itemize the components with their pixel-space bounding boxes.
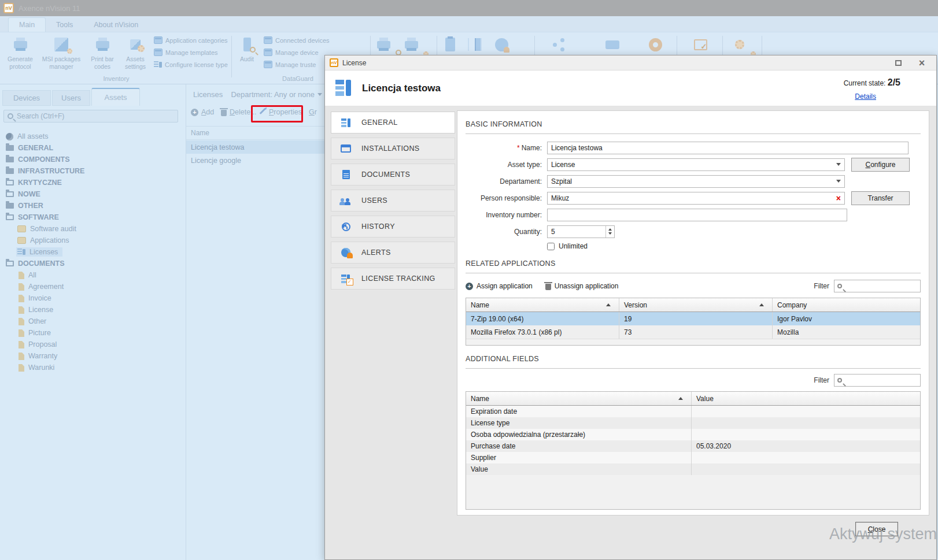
tree-item-all-assets[interactable]: All assets	[0, 131, 186, 142]
tree-item-warranty[interactable]: Warranty	[0, 350, 186, 362]
asset-type-select[interactable]: License	[547, 158, 845, 171]
additional-filter-input[interactable]	[834, 374, 921, 387]
tab-main[interactable]: Main	[8, 17, 46, 32]
quantity-stepper[interactable]: 5	[547, 225, 615, 238]
tree-item-agreement[interactable]: Agreement	[0, 281, 186, 292]
manage-trusted-button[interactable]: Manage truste	[264, 60, 330, 69]
list-row-licencje-google[interactable]: Licencje google	[186, 154, 324, 167]
tree-item-license[interactable]: License	[0, 304, 186, 316]
generate-protocol-button[interactable]: Generate protocol	[2, 35, 38, 70]
table-row[interactable]: Supplier	[466, 452, 920, 463]
table-row[interactable]: 7-Zip 19.00 (x64) 19 Igor Pavlov	[466, 312, 920, 325]
configure-license-type-button[interactable]: Configure license type	[154, 60, 228, 69]
tree-item-krytyczne[interactable]: KRYTYCZNE	[0, 177, 186, 188]
tree-item-documents[interactable]: DOCUMENTS	[0, 258, 186, 269]
tree-item-applications[interactable]: Applications	[0, 235, 186, 246]
name-field[interactable]	[547, 142, 909, 154]
open-folder-icon	[6, 180, 14, 186]
close-window-button[interactable]: ×	[912, 57, 932, 69]
tree-item-other-doc[interactable]: Other	[0, 316, 186, 327]
settings-button[interactable]	[727, 35, 752, 55]
tab-about[interactable]: About nVision	[83, 18, 149, 32]
manage-templates-button[interactable]: Manage templates	[154, 48, 228, 57]
tree-item-proposal[interactable]: Proposal	[0, 339, 186, 350]
list-column-name[interactable]: Name	[186, 126, 324, 140]
nav-users[interactable]: USERS	[331, 190, 455, 212]
column-header-company[interactable]: Company	[773, 298, 920, 311]
tree-item-picture[interactable]: Picture	[0, 327, 186, 339]
assign-application-button[interactable]: Assign application	[466, 282, 533, 290]
tree-item-general[interactable]: GENERAL	[0, 142, 186, 154]
configure-button[interactable]: Configure	[851, 158, 910, 172]
tree-item-licenses[interactable]: Licenses	[0, 246, 186, 258]
details-link[interactable]: Details	[855, 92, 876, 101]
column-header-name[interactable]: Name	[466, 392, 692, 405]
column-header-version[interactable]: Version	[619, 298, 773, 311]
tab-tools[interactable]: Tools	[46, 18, 83, 32]
table-row[interactable]: Mozilla Firefox 73.0.1 (x86 pl) 73 Mozil…	[466, 325, 920, 339]
add-button[interactable]: Add	[191, 108, 214, 116]
list-row-licencja-testowa[interactable]: Licencja testowa	[186, 140, 324, 154]
license-dialog: nV License × Licencja testowa Current st…	[324, 55, 937, 560]
clear-person-icon[interactable]: ×	[836, 194, 841, 202]
network-alerts-button[interactable]	[489, 35, 514, 55]
tree-item-invoice[interactable]: Invoice	[0, 292, 186, 304]
nav-alerts[interactable]: ALERTS	[331, 242, 455, 264]
clipboard-button[interactable]	[438, 35, 461, 55]
support-button[interactable]	[643, 35, 667, 55]
open-folder-icon	[6, 214, 14, 220]
table-row[interactable]: Value	[466, 463, 920, 475]
nav-license-tracking[interactable]: LICENSE TRACKING	[331, 268, 455, 290]
nav-history[interactable]: HISTORY	[331, 216, 455, 238]
tree-item-nowe[interactable]: NOWE	[0, 188, 186, 200]
sidebar-search[interactable]	[3, 110, 178, 123]
catalog-button[interactable]	[463, 35, 487, 55]
nav-general[interactable]: GENERAL	[331, 112, 455, 133]
table-row[interactable]: Expiration date	[466, 406, 920, 417]
connected-devices-button[interactable]: Connected devices	[264, 36, 330, 44]
tasks-button[interactable]	[688, 35, 712, 55]
tree-item-all[interactable]: All	[0, 269, 186, 281]
tree-item-infrastructure[interactable]: INFRASTRUCTURE	[0, 165, 186, 177]
manage-devices-button[interactable]: Manage device	[264, 48, 330, 57]
tree-item-software-audit[interactable]: Software audit	[0, 223, 186, 235]
tree-item-software[interactable]: SOFTWARE	[0, 212, 186, 223]
printer-icon	[14, 41, 27, 49]
messages-button[interactable]	[600, 35, 625, 55]
sidebar-tab-assets[interactable]: Assets	[91, 88, 140, 106]
department-filter-dropdown[interactable]: Department: Any or none	[231, 90, 322, 99]
tree-item-other[interactable]: OTHER	[0, 200, 186, 212]
person-responsible-field[interactable]: Mikuz×	[547, 192, 845, 205]
department-select[interactable]: Szpital	[547, 175, 845, 188]
share-button[interactable]	[547, 35, 571, 55]
related-filter-input[interactable]	[834, 280, 921, 292]
spinner-buttons[interactable]	[605, 226, 614, 238]
unlimited-checkbox[interactable]	[547, 243, 555, 250]
print-bar-codes-button[interactable]: Print bar codes	[86, 35, 119, 70]
tree-item-components[interactable]: COMPONENTS	[0, 154, 186, 165]
dialog-titlebar[interactable]: nV License ×	[325, 55, 936, 71]
tree-item-warunki[interactable]: Warunki	[0, 362, 186, 373]
column-header-value[interactable]: Value	[692, 392, 920, 405]
nav-installations[interactable]: INSTALLATIONS	[331, 138, 455, 160]
groups-button[interactable]: Gr	[309, 108, 317, 116]
msi-packages-button[interactable]: MSI packages manager	[38, 35, 84, 70]
table-row[interactable]: License type	[466, 417, 920, 429]
audit-button[interactable]: Audit	[234, 35, 260, 63]
print-search-button[interactable]	[370, 35, 397, 55]
assets-settings-button[interactable]: Assets settings	[119, 35, 152, 70]
column-header-name[interactable]: Name	[466, 298, 619, 311]
transfer-button[interactable]: Transfer	[851, 191, 910, 205]
nav-documents[interactable]: DOCUMENTS	[331, 164, 455, 186]
search-input[interactable]	[17, 112, 161, 120]
sidebar-tab-devices[interactable]: Devices	[2, 90, 51, 106]
sidebar-tab-users[interactable]: Users	[52, 90, 90, 106]
maximize-button[interactable]	[888, 57, 908, 69]
inventory-number-field[interactable]	[547, 209, 847, 221]
open-folder-icon	[6, 191, 14, 197]
table-row[interactable]: Purchase date05.03.2020	[466, 440, 920, 452]
unassign-application-button[interactable]: Unassign application	[545, 282, 619, 290]
application-categories-button[interactable]: Application categories	[154, 36, 228, 44]
print-settings-button[interactable]	[398, 35, 424, 55]
table-row[interactable]: Osoba odpowiedzialna (przestarzałe)	[466, 429, 920, 440]
